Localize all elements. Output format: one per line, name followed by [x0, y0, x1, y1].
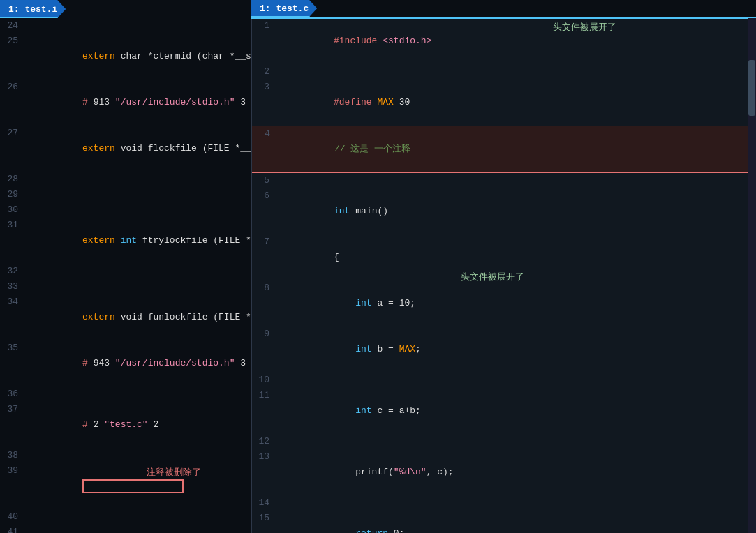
table-row: 2: [251, 64, 756, 80]
left-tab[interactable]: 1: test.i: [0, 0, 66, 18]
table-row: 30: [0, 202, 251, 218]
table-row: 4 // 这是 一个注释: [251, 126, 756, 173]
table-row: 41: [0, 525, 251, 533]
table-row: 15 return 0;: [251, 511, 756, 533]
table-row: 33: [0, 279, 251, 294]
right-tab-bar: 1: test.c: [251, 0, 756, 18]
scrollbar-thumb[interactable]: [748, 60, 755, 116]
table-row: 38: [0, 448, 251, 463]
table-row: 31 extern int ftrylockfile (FILE *__stre…: [0, 218, 251, 264]
table-row: 36: [0, 386, 251, 402]
table-row: 40: [0, 509, 251, 525]
table-row: 6 int main(): [251, 188, 756, 234]
table-row: 32: [0, 264, 251, 279]
table-row: 13 printf("%d\n", c);: [251, 449, 756, 495]
table-row: 39 注释被删除了: [0, 463, 251, 509]
table-row: 34 extern void funlockfile (FILE *__stre…: [0, 294, 251, 340]
left-code-pane: 24 25 extern char *ctermid (char *__s) _…: [0, 18, 251, 533]
annotation-comment-deleted: 注释被删除了: [147, 465, 201, 480]
annotation-header-expanded: 头文件被展开了: [553, 20, 616, 35]
progress-bar: [251, 17, 748, 19]
table-row: 24: [0, 18, 251, 33]
table-row: 37 # 2 "test.c" 2: [0, 402, 251, 448]
editor-container: 1: test.i 24 25 extern char *ctermid (ch…: [0, 0, 756, 533]
table-row: 27 extern void flockfile (FILE *__stream…: [0, 126, 251, 172]
pane-separator: [251, 0, 252, 533]
table-row: 3 #define MAX 30: [251, 80, 756, 126]
table-row: 8 int a = 10;: [251, 280, 756, 326]
table-row: 10: [251, 373, 756, 388]
left-code-lines: 24 25 extern char *ctermid (char *__s) _…: [0, 18, 251, 533]
table-row: 1 #include <stdio.h> 头文件被展开了: [251, 18, 756, 64]
left-tab-label: 1: test.i: [8, 4, 57, 15]
left-tab-bar: 1: test.i: [0, 0, 251, 18]
table-row: 28: [0, 172, 251, 187]
table-row: 9 int b = MAX;: [251, 326, 756, 373]
scrollbar-track[interactable]: [748, 18, 756, 533]
table-row: 12: [251, 434, 756, 449]
table-row: 25 extern char *ctermid (char *__s) __at…: [0, 33, 251, 80]
right-tab-label: 1: test.c: [260, 3, 309, 14]
table-row: 11 int c = a+b;: [251, 388, 756, 434]
table-row: 5: [251, 173, 756, 188]
table-row: 29: [0, 187, 251, 202]
table-row: 26 # 913 "/usr/include/stdio.h" 3 4: [0, 80, 251, 126]
right-tab[interactable]: 1: test.c: [251, 0, 317, 17]
table-row: 35 # 943 "/usr/include/stdio.h" 3 4: [0, 340, 251, 386]
table-row: 14: [251, 495, 756, 511]
header-expanded-label: 头文件被展开了: [461, 271, 524, 283]
